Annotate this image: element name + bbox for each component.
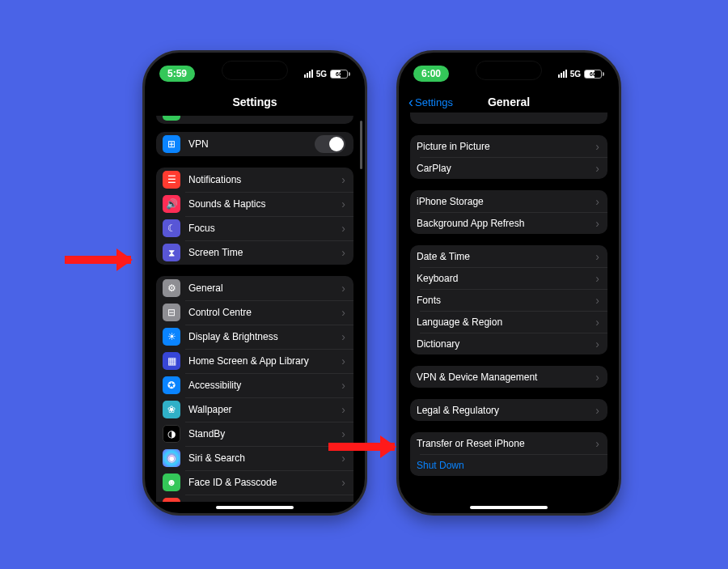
chevron-right-icon: › <box>341 306 345 319</box>
row-accessibility[interactable]: ✪Accessibility› <box>156 373 353 397</box>
row-wallpaper[interactable]: ❀Wallpaper› <box>156 397 353 422</box>
chevron-right-icon: › <box>595 371 599 384</box>
row-screentime[interactable]: ⧗Screen Time› <box>156 240 353 265</box>
notifications-icon: ☰ <box>163 171 180 189</box>
row-label: Emergency SOS <box>188 501 341 502</box>
dynamic-island <box>222 61 288 80</box>
chevron-right-icon: › <box>341 197 345 210</box>
row-label: StandBy <box>188 428 341 439</box>
chevron-right-icon: › <box>341 282 345 295</box>
row-homescreen[interactable]: ▦Home Screen & App Library› <box>156 349 353 373</box>
row-faceid[interactable]: ☻Face ID & Passcode› <box>156 470 353 495</box>
nav-title: General <box>488 96 530 108</box>
signal-bars-icon <box>304 70 313 78</box>
row-label: Picture in Picture <box>417 141 595 152</box>
home-indicator[interactable] <box>216 506 294 509</box>
previous-group-edge <box>156 116 353 124</box>
group-storage: iPhone Storage›Background App Refresh› <box>410 190 607 234</box>
row-storage[interactable]: iPhone Storage› <box>410 190 607 212</box>
row-bgapp[interactable]: Background App Refresh› <box>410 212 607 234</box>
row-label: General <box>188 282 341 294</box>
chevron-right-icon: › <box>595 272 599 285</box>
row-shutdown[interactable]: Shut Down <box>410 454 607 476</box>
chevron-right-icon: › <box>341 500 345 502</box>
row-label: Screen Time <box>188 247 341 258</box>
accessibility-icon: ✪ <box>163 376 180 394</box>
network-label: 5G <box>570 70 581 79</box>
chevron-right-icon: › <box>595 294 599 307</box>
row-notifications[interactable]: ☰Notifications› <box>156 168 353 192</box>
chevron-right-icon: › <box>595 195 599 208</box>
group-general: ⚙General›⊟Control Centre›☀Display & Brig… <box>156 276 353 502</box>
row-controlcentre[interactable]: ⊟Control Centre› <box>156 300 353 325</box>
chevron-right-icon: › <box>341 427 345 440</box>
group-notifications: ☰Notifications›🔊Sounds & Haptics›☾Focus›… <box>156 168 353 265</box>
row-keyboard[interactable]: Keyboard› <box>410 267 607 289</box>
row-fonts[interactable]: Fonts› <box>410 289 607 311</box>
row-display[interactable]: ☀Display & Brightness› <box>156 325 353 349</box>
row-datetime[interactable]: Date & Time› <box>410 245 607 267</box>
chevron-right-icon: › <box>595 217 599 230</box>
row-label: Legal & Regulatory <box>417 405 595 416</box>
chevron-right-icon: › <box>341 330 345 343</box>
chevron-right-icon: › <box>595 162 599 175</box>
row-vpn[interactable]: ⊞ VPN <box>156 132 353 156</box>
row-label: Accessibility <box>188 380 341 391</box>
status-time: 5:59 <box>159 66 195 82</box>
row-vpndm[interactable]: VPN & Device Management› <box>410 366 607 388</box>
row-legal[interactable]: Legal & Regulatory› <box>410 399 607 421</box>
row-label: Wallpaper <box>188 404 341 415</box>
chevron-right-icon: › <box>595 437 599 450</box>
row-label: Fonts <box>417 295 595 306</box>
row-label: Date & Time <box>417 251 595 262</box>
chevron-right-icon: › <box>341 452 345 465</box>
chevron-right-icon: › <box>595 250 599 263</box>
row-dict[interactable]: Dictionary› <box>410 333 607 355</box>
row-label: Display & Brightness <box>188 331 341 342</box>
row-sos[interactable]: SOSEmergency SOS› <box>156 495 353 502</box>
row-label: CarPlay <box>417 163 595 174</box>
chevron-right-icon: › <box>341 246 345 259</box>
scrollbar[interactable] <box>360 121 362 169</box>
chevron-right-icon: › <box>341 379 345 392</box>
row-label: VPN <box>188 138 315 150</box>
row-carplay[interactable]: CarPlay› <box>410 157 607 179</box>
row-standby[interactable]: ◑StandBy› <box>156 422 353 446</box>
row-pip[interactable]: Picture in Picture› <box>410 135 607 157</box>
row-label: Transfer or Reset iPhone <box>417 438 595 449</box>
row-siri[interactable]: ◉Siri & Search› <box>156 446 353 470</box>
siri-icon: ◉ <box>163 449 180 467</box>
screentime-icon: ⧗ <box>163 244 180 261</box>
vpn-icon: ⊞ <box>163 135 180 153</box>
sos-icon: SOS <box>163 498 180 502</box>
status-time: 6:00 <box>413 66 449 82</box>
nav-back-button[interactable]: ‹ Settings <box>408 95 453 109</box>
row-langreg[interactable]: Language & Region› <box>410 311 607 333</box>
signal-bars-icon <box>558 70 567 78</box>
annotation-arrow-transfer <box>328 443 395 451</box>
row-label: Focus <box>188 223 341 234</box>
chevron-right-icon: › <box>341 355 345 367</box>
chevron-right-icon: › <box>341 173 345 186</box>
faceid-icon: ☻ <box>163 473 180 491</box>
chevron-right-icon: › <box>341 476 345 489</box>
row-sounds[interactable]: 🔊Sounds & Haptics› <box>156 192 353 216</box>
row-label: iPhone Storage <box>417 196 595 207</box>
nav-title: Settings <box>232 96 277 108</box>
group-datetime: Date & Time›Keyboard›Fonts›Language & Re… <box>410 245 607 355</box>
general-icon: ⚙ <box>163 279 180 297</box>
sounds-icon: 🔊 <box>163 195 180 213</box>
row-general[interactable]: ⚙General› <box>156 276 353 300</box>
row-transfer[interactable]: Transfer or Reset iPhone› <box>410 432 607 454</box>
controlcentre-icon: ⊟ <box>163 304 180 321</box>
row-label: Shut Down <box>417 460 599 471</box>
row-focus[interactable]: ☾Focus› <box>156 216 353 240</box>
vpn-toggle[interactable] <box>315 135 345 153</box>
row-airplay-partial[interactable] <box>410 113 607 124</box>
home-indicator[interactable] <box>470 506 548 509</box>
group-vpn-dm: VPN & Device Management› <box>410 366 607 388</box>
dynamic-island <box>476 61 542 80</box>
chevron-right-icon: › <box>595 404 599 417</box>
chevron-right-icon: › <box>595 140 599 153</box>
group-transfer: Transfer or Reset iPhone›Shut Down <box>410 432 607 476</box>
